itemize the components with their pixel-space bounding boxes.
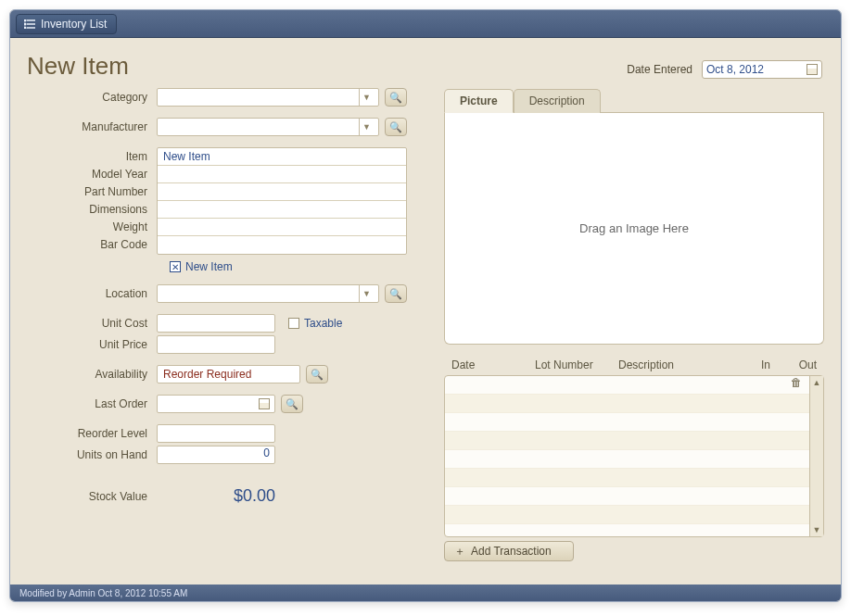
weight-input[interactable] [158, 219, 406, 236]
dimensions-input[interactable] [158, 201, 406, 219]
location-combo[interactable]: ▼ [157, 284, 379, 303]
status-text: Modified by Admin Oct 8, 2012 10:55 AM [19, 588, 187, 598]
content-area: New Item Date Entered Oct 8, 2012 Catego… [10, 38, 841, 585]
reorder-level-input[interactable] [157, 424, 275, 443]
item-label: Item [27, 147, 147, 165]
new-item-checkbox[interactable]: ✕ New Item [170, 260, 233, 273]
date-entered-label: Date Entered [627, 63, 692, 76]
svg-point-3 [24, 19, 26, 21]
inventory-list-button[interactable]: Inventory List [16, 14, 117, 34]
last-order-search-button[interactable]: 🔍 [281, 395, 303, 413]
new-item-checkbox-label: New Item [185, 260, 233, 273]
stock-value-label: Stock Value [27, 490, 157, 503]
taxable-checkbox[interactable]: Taxable [288, 317, 342, 330]
status-bar: Modified by Admin Oct 8, 2012 10:55 AM [10, 585, 841, 601]
date-entered-value: Oct 8, 2012 [706, 63, 764, 76]
scroll-up-icon[interactable]: ▲ [810, 376, 823, 389]
th-in: In [728, 358, 774, 371]
scrollbar[interactable]: ▲ ▼ [809, 376, 823, 536]
search-icon: 🔍 [311, 369, 324, 381]
model-year-input[interactable] [158, 166, 406, 183]
trash-icon[interactable]: 🗑 [787, 376, 806, 394]
units-on-hand-input[interactable]: 0 [157, 446, 275, 464]
app-window: Inventory List New Item Date Entered Oct… [9, 9, 842, 602]
tab-description[interactable]: Description [514, 89, 601, 113]
date-entered-group: Date Entered Oct 8, 2012 [627, 60, 822, 79]
checkbox-icon [288, 318, 299, 329]
availability-search-button[interactable]: 🔍 [306, 365, 328, 383]
toolbar: Inventory List [10, 10, 841, 38]
manufacturer-combo[interactable]: ▼ [157, 118, 379, 136]
search-icon: 🔍 [286, 398, 298, 410]
table-row[interactable] [445, 506, 809, 524]
unit-price-label: Unit Price [27, 338, 157, 351]
plus-icon: ＋ [454, 544, 465, 559]
weight-label: Weight [27, 218, 147, 235]
search-icon: 🔍 [389, 92, 402, 104]
category-combo[interactable]: ▼ [157, 88, 379, 107]
part-number-label: Part Number [27, 182, 147, 200]
tab-picture[interactable]: Picture [444, 89, 514, 113]
unit-cost-label: Unit Cost [27, 317, 157, 330]
part-number-input[interactable] [158, 183, 406, 201]
item-details-stack: New Item [157, 147, 407, 255]
right-column: Picture Description Drag an Image Here D… [444, 88, 824, 585]
stock-value: $0.00 [157, 486, 275, 506]
form-left-column: Category ▼ 🔍 Manufacturer ▼ 🔍 [27, 88, 416, 585]
unit-price-input[interactable] [157, 335, 275, 354]
th-lot: Lot Number [531, 358, 615, 371]
table-row[interactable] [445, 469, 809, 487]
picture-placeholder: Drag an Image Here [579, 221, 689, 235]
taxable-label: Taxable [304, 317, 342, 330]
checkbox-icon: ✕ [170, 261, 181, 272]
table-row[interactable] [445, 450, 809, 469]
table-row[interactable] [445, 395, 809, 413]
units-on-hand-label: Units on Hand [27, 448, 157, 461]
chevron-down-icon[interactable]: ▼ [359, 89, 374, 106]
location-label: Location [27, 287, 157, 300]
unit-cost-input[interactable] [157, 314, 275, 333]
category-label: Category [27, 91, 157, 104]
calendar-icon[interactable] [259, 398, 270, 409]
item-input[interactable]: New Item [158, 148, 406, 166]
table-row[interactable] [445, 432, 809, 450]
last-order-input[interactable] [157, 395, 275, 413]
search-icon: 🔍 [389, 121, 402, 133]
table-row[interactable] [445, 413, 809, 432]
dimensions-label: Dimensions [27, 200, 147, 218]
reorder-level-label: Reorder Level [27, 427, 157, 440]
model-year-label: Model Year [27, 165, 147, 182]
search-icon: 🔍 [389, 288, 402, 300]
svg-point-4 [24, 23, 26, 25]
svg-point-5 [24, 27, 26, 29]
th-out: Out [774, 358, 820, 371]
chevron-down-icon[interactable]: ▼ [359, 119, 374, 135]
list-icon [24, 19, 35, 29]
availability-label: Availability [27, 368, 157, 381]
add-transaction-button[interactable]: ＋ Add Transaction [444, 541, 574, 561]
th-date: Date [448, 358, 531, 371]
add-transaction-label: Add Transaction [471, 545, 552, 558]
inventory-list-label: Inventory List [41, 18, 107, 31]
calendar-icon[interactable] [807, 64, 818, 75]
table-row[interactable]: 🗑 [445, 376, 809, 395]
availability-input[interactable]: Reorder Required [157, 365, 300, 383]
chevron-down-icon[interactable]: ▼ [359, 285, 374, 302]
picture-dropzone[interactable]: Drag an Image Here [444, 113, 824, 345]
transactions-rows: 🗑 [445, 376, 809, 536]
transactions-table: 🗑 ▲ ▼ [444, 375, 824, 537]
bar-code-label: Bar Code [27, 235, 147, 253]
manufacturer-label: Manufacturer [27, 120, 157, 133]
bar-code-input[interactable] [158, 236, 406, 254]
th-description: Description [615, 358, 728, 371]
tabs: Picture Description [444, 88, 824, 113]
manufacturer-search-button[interactable]: 🔍 [385, 118, 407, 136]
table-row[interactable] [445, 487, 809, 506]
category-search-button[interactable]: 🔍 [385, 88, 407, 107]
transactions-header: Date Lot Number Description In Out [444, 358, 824, 375]
location-search-button[interactable]: 🔍 [385, 284, 407, 303]
last-order-label: Last Order [27, 397, 157, 410]
date-entered-field[interactable]: Oct 8, 2012 [702, 60, 822, 79]
scroll-down-icon[interactable]: ▼ [810, 523, 823, 536]
